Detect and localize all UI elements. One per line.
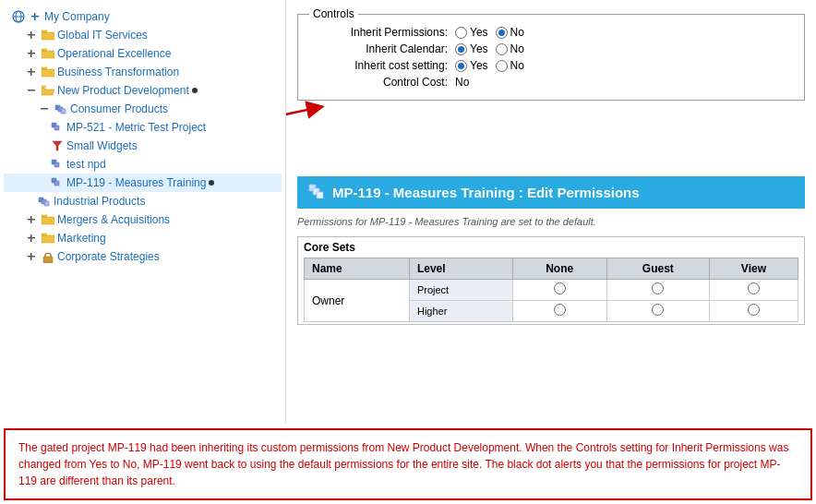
tree-item-marketing[interactable]: Marketing xyxy=(4,229,282,247)
radio-guest-project[interactable] xyxy=(606,280,709,301)
tree-label-marketing: Marketing xyxy=(57,232,106,245)
inherit-cost-group: Yes No xyxy=(455,59,524,72)
radio-circle-none-project[interactable] xyxy=(554,282,566,294)
table-header-row: Name Level None Guest View xyxy=(305,258,798,280)
radio-none-project[interactable] xyxy=(512,280,606,301)
project-icon3 xyxy=(50,175,65,190)
red-arrow-svg xyxy=(286,101,334,139)
tree-label-small-widgets: Small Widgets xyxy=(66,139,138,152)
folder-icon4 xyxy=(41,231,55,246)
folder-icon3 xyxy=(41,212,55,227)
tree-item-mp521[interactable]: MP-521 - Metric Test Project xyxy=(4,118,282,137)
radio-view-project[interactable] xyxy=(709,280,798,301)
annotation-text: The gated project MP-119 had been inheri… xyxy=(18,439,798,489)
radio-none-higher[interactable] xyxy=(512,301,606,322)
svg-rect-29 xyxy=(30,234,32,242)
tree-label-my-company: My Company xyxy=(44,10,110,23)
controls-legend: Controls xyxy=(309,7,358,20)
tree-item-small-widgets[interactable]: Small Widgets xyxy=(4,137,282,155)
radio-cal-yes-circle[interactable] xyxy=(455,43,467,55)
radio-guest-higher[interactable] xyxy=(606,301,709,322)
radio-yes-circle[interactable] xyxy=(455,27,467,39)
folder-icon xyxy=(41,46,55,61)
expand-icon2 xyxy=(24,212,39,227)
svg-rect-20 xyxy=(54,162,59,167)
tree-item-corp-strategies[interactable]: Corporate Strategies xyxy=(4,247,282,266)
filter-icon xyxy=(50,138,65,153)
svg-rect-4 xyxy=(34,13,36,20)
inherit-permissions-group: Yes No xyxy=(455,26,524,39)
tree-label-biz-transform: Business Transformation xyxy=(57,66,179,78)
title-bar: MP-119 - Measures Training : Edit Permis… xyxy=(297,176,805,209)
tree-item-new-product-dev[interactable]: New Product Development xyxy=(4,81,282,100)
expand-icon xyxy=(28,9,42,24)
tree-label-global-it: Global IT Services xyxy=(57,29,148,42)
level-project: Project xyxy=(409,280,512,301)
tree-label-op-excellence: Operational Excellence xyxy=(57,47,171,60)
inherit-calendar-no[interactable]: No xyxy=(496,42,524,55)
radio-cost-no-circle[interactable] xyxy=(496,60,508,72)
radio-circle-guest-project[interactable] xyxy=(652,282,664,294)
right-panel: Controls Inherit Permissions: Yes No xyxy=(286,0,816,423)
control-cost-row: Control Cost: No xyxy=(309,76,793,89)
globe-icon xyxy=(11,9,26,24)
project-group-icon xyxy=(54,102,68,116)
col-view: View xyxy=(709,258,798,280)
title-bar-text: MP-119 - Measures Training : Edit Permis… xyxy=(332,185,640,200)
tree-item-consumer-products[interactable]: Consumer Products xyxy=(4,100,282,118)
svg-rect-8 xyxy=(30,50,32,57)
project-icon xyxy=(50,120,65,135)
inherit-permissions-no[interactable]: No xyxy=(496,26,524,39)
inherit-permissions-yes[interactable]: Yes xyxy=(455,26,488,39)
tree-label-new-product-dev: New Product Development xyxy=(57,84,189,97)
controls-fieldset: Controls Inherit Permissions: Yes No xyxy=(297,7,805,101)
expand-icon xyxy=(24,28,39,42)
radio-cost-yes-circle[interactable] xyxy=(455,60,467,72)
lock-icon xyxy=(41,249,55,264)
tree-item-test-npd[interactable]: test npd xyxy=(4,155,282,174)
radio-cal-yes-label: Yes xyxy=(470,42,488,55)
new-product-dev-dot xyxy=(192,88,198,93)
core-sets-section: Core Sets Name Level None Guest View Own… xyxy=(297,236,805,325)
tree-label-mergers: Mergers & Acquisitions xyxy=(57,213,170,226)
tree-label-test-npd: test npd xyxy=(66,158,106,171)
tree-item-global-it[interactable]: Global IT Services xyxy=(4,26,282,44)
radio-circle-guest-higher[interactable] xyxy=(652,304,664,316)
tree-item-op-excellence[interactable]: Operational Excellence xyxy=(4,44,282,63)
mp119-dot xyxy=(209,180,214,186)
inherit-calendar-yes[interactable]: Yes xyxy=(455,42,488,55)
control-cost-value: No xyxy=(455,76,469,89)
tree-label-mp521: MP-521 - Metric Test Project xyxy=(66,121,206,134)
col-level: Level xyxy=(409,258,512,280)
inherit-cost-yes[interactable]: Yes xyxy=(455,59,488,72)
radio-circle-none-higher[interactable] xyxy=(554,304,566,316)
radio-view-higher[interactable] xyxy=(709,301,798,322)
svg-rect-11 xyxy=(28,90,35,91)
core-sets-label: Core Sets xyxy=(304,241,798,254)
folder-icon xyxy=(41,65,55,79)
arrow-area xyxy=(297,101,805,139)
radio-cost-yes-label: Yes xyxy=(470,59,488,72)
radio-yes-label: Yes xyxy=(470,26,488,39)
svg-rect-27 xyxy=(30,216,32,223)
tree-item-industrial-products[interactable]: Industrial Products xyxy=(4,192,282,210)
inherit-permissions-label: Inherit Permissions: xyxy=(309,26,448,39)
tree-item-my-company[interactable]: My Company xyxy=(4,7,282,26)
tree-item-mergers[interactable]: Mergers & Acquisitions xyxy=(4,210,282,229)
radio-circle-view-higher[interactable] xyxy=(748,304,760,316)
svg-rect-25 xyxy=(44,201,49,206)
col-name: Name xyxy=(305,258,410,280)
level-higher: Higher xyxy=(409,301,512,322)
radio-cal-no-circle[interactable] xyxy=(496,43,508,55)
collapse-icon xyxy=(24,83,39,98)
col-none: None xyxy=(512,258,606,280)
tree-item-biz-transform[interactable]: Business Transformation xyxy=(4,63,282,81)
inherit-cost-row: Inherit cost setting: Yes No xyxy=(309,59,793,72)
radio-no-circle[interactable] xyxy=(496,27,508,39)
annotation-box: The gated project MP-119 had been inheri… xyxy=(4,428,812,500)
inherit-cost-no[interactable]: No xyxy=(496,59,524,72)
radio-circle-view-project[interactable] xyxy=(748,282,760,294)
collapse-icon xyxy=(37,102,52,116)
col-guest: Guest xyxy=(606,258,709,280)
tree-item-mp119[interactable]: MP-119 - Measures Training xyxy=(4,174,282,192)
